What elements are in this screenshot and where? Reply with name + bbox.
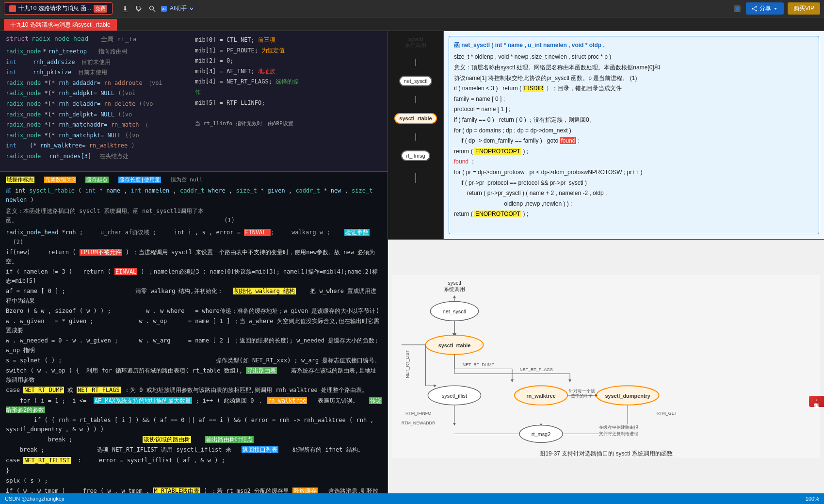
struct-field-6: radix_node *(* rnh_deladdr= rn_delete ((… <box>6 99 185 110</box>
year-end-badge[interactable]: 年终钜惠， <box>809 396 824 407</box>
struct-name: radix_node_head <box>32 35 88 44</box>
struct-comment: 全局 rt_ta <box>101 35 136 44</box>
svg-text:针对每一个被: 针对每一个被 <box>568 389 595 393</box>
struct-field-9: radix_node *(* rnh_matchpkt= NULL ((vo <box>6 130 185 141</box>
svg-text:NET_RT_FLAGS: NET_RT_FLAGS <box>519 367 553 372</box>
svg-point-6 <box>755 6 757 7</box>
svg-line-1 <box>153 10 155 12</box>
mib-row-2: mib[2] = 0; <box>195 56 302 66</box>
code-line-4: af = name [ 0 ] ; 清零 walkarg 结构,并初始化： 初始… <box>6 287 382 305</box>
code-line-3: if ( namelen != 3 ) return ( EINVAL ) ；n… <box>6 267 382 286</box>
svg-point-7 <box>752 8 753 9</box>
sysctl-label: sysctl 系统调用 <box>405 36 426 49</box>
mib-note: 当 rt_llinfo 指针无效时，由ARP设置 <box>195 119 302 129</box>
share-label: 分享 <box>759 4 771 13</box>
svg-text:rn_walktree: rn_walktree <box>526 393 556 399</box>
tab-title: 十九10 选路请求与消息 函... <box>18 4 91 13</box>
mib-row-4: mib[4] = NET_RT_FLAGS; 选择的操作 <box>195 77 302 98</box>
tag-btn[interactable] <box>135 5 143 13</box>
svg-text:👤: 👤 <box>734 6 740 12</box>
arrow-4 <box>415 173 416 183</box>
struct-field-2: int rnh_addrsize 目前未使用 <box>6 57 185 68</box>
main-content: struct radix_node_head 全局 rt_ta radix_no… <box>0 31 824 493</box>
annotation-area: 函 net_sysctl ( int * name , u_int namele… <box>444 31 824 239</box>
struct-field-7: radix_node *(* rnh_delpkt= NULL ((vo <box>6 110 185 120</box>
node-row <box>415 173 416 183</box>
footer-bar: CSDN @zhangzhangkeji 100% <box>0 493 824 504</box>
mib-row-3: mib[3] = AF_INET; 地址族 <box>195 66 302 77</box>
code-line-11: for ( i = 1 ; i <= AF_MAX系统支持的地址族的最大数量 ;… <box>6 396 382 415</box>
toolbar: 十九10 选路请求与消息 函... 免费 AI AI助手 👤 分享 购买VIP <box>0 0 824 17</box>
toolbar-right: 👤 分享 购买VIP <box>732 2 820 15</box>
code-bottom[interactable]: 域操作标志 元素数恒为3 缓存起点 缓存长度|使用量 恒为空 null 函 in… <box>0 172 388 493</box>
svg-text:rt_msg2: rt_msg2 <box>532 431 550 437</box>
code-line-14: break ; 选项 NET_RT_IFLIST 调用 sysctl_iflis… <box>6 445 382 455</box>
document-tab[interactable]: 十九10 选路请求与消息 函... 免费 <box>4 2 113 15</box>
mib-panel: mib[0] = CTL_NET; 前三项 mib[1] = PF_ROUTE;… <box>195 35 302 167</box>
struct-field-8: radix_node *(* rnh_matchaddr= rn_match （ <box>6 120 185 130</box>
svg-text:sysctl_dumpentry: sysctl_dumpentry <box>605 393 650 399</box>
code-line-16: } <box>6 466 382 475</box>
bottom-diagram-content: sysctl 系统调用 net_sysctl sysctl_rtable NET… <box>388 240 824 493</box>
doc-icon <box>9 5 16 12</box>
zoom-level: 100% <box>806 496 819 502</box>
code-annotations: 域操作标志 元素数恒为3 缓存起点 缓存长度|使用量 恒为空 null <box>6 176 382 184</box>
node-sysctl-rtable-small: sysctl_rtable <box>394 113 436 124</box>
svg-point-0 <box>150 6 154 10</box>
arrow-1 <box>415 59 416 66</box>
small-flow-diagram: sysctl 系统调用 net_sysctl sysctl_rtable rt_… <box>388 31 444 239</box>
func-signature: 函 int sysctl_rtable ( int * name , int n… <box>6 186 382 205</box>
mib-row-5: mib[5] = RTF_LLINFO; <box>195 98 302 109</box>
struct-field-10: int (* rnh_walktree= rn_walktree ) <box>6 141 185 151</box>
bottom-diagram: sysctl 系统调用 net_sysctl sysctl_rtable NET… <box>388 240 824 493</box>
share-btn[interactable]: 分享 <box>746 2 784 15</box>
svg-line-10 <box>753 9 755 10</box>
code-line-12: if ( ( rnh = rt_tables [ i ] ) && ( af =… <box>6 416 382 434</box>
node-rt-ifmsg-small: rt_ifmsg <box>401 150 430 161</box>
code-line-5: Bzero ( & w , sizeof ( w ) ) ; w . w_whe… <box>6 307 382 316</box>
code-line-8: s = splnet ( ) ; 操作类型(如 NET_RT_xxx) ; w_… <box>6 356 382 365</box>
vip-btn[interactable]: 购买VIP <box>788 2 820 15</box>
code-line-17: splx ( s ) ; <box>6 476 382 486</box>
code-line-15: case NET_RT_IFLIST : error = sysctl_ifli… <box>6 456 382 465</box>
struct-panel: struct radix_node_head 全局 rt_ta radix_no… <box>6 35 185 167</box>
svg-text:sysctl_rtable: sysctl_rtable <box>438 342 471 348</box>
tab-row: 十九10 选路请求与消息 函sysctl_rtable <box>0 17 824 31</box>
svg-text:RTM_GET: RTM_GET <box>657 411 678 416</box>
active-tab-label: 十九10 选路请求与消息 函sysctl_rtable <box>10 21 111 28</box>
struct-field-3: int rnh_pktsize 目前未使用 <box>6 67 185 78</box>
svg-point-8 <box>755 10 757 11</box>
code-line-6: w . w_given = * given ; w . w_op = name … <box>6 317 382 335</box>
left-panel: struct radix_node_head 全局 rt_ta radix_no… <box>0 31 388 493</box>
right-panel: sysctl 系统调用 net_sysctl sysctl_rtable rt_… <box>388 31 824 493</box>
ai-label: AI助手 <box>170 4 187 13</box>
ai-assistant-btn[interactable]: AI AI助手 <box>160 4 194 13</box>
top-diagram-area: sysctl 系统调用 net_sysctl sysctl_rtable rt_… <box>388 31 824 240</box>
func-desc: 意义：本函处理选路插口的 sysclt 系统调用。函 net_sysctl1调用… <box>6 207 382 225</box>
profile-btn[interactable]: 👤 <box>732 4 742 14</box>
mib-row-0: mib[0] = CTL_NET; 前三项 <box>195 35 302 46</box>
search-btn[interactable] <box>148 5 156 13</box>
anno-body: size_t * oldlenp , void * newp ,size_t n… <box>454 52 814 220</box>
code-line-7: w . w_needed = 0 - w . w_given ; w . w_a… <box>6 336 382 355</box>
code-line-2: if(new) return ( EPERM不被允许 ) ；当进程调用 sysc… <box>6 248 382 266</box>
node-net-sysctl-small: net_sysctl <box>399 76 433 86</box>
free-badge: 免费 <box>94 5 107 13</box>
download-btn[interactable] <box>121 5 129 13</box>
arrow-2 <box>415 96 416 103</box>
struct-field-11: radix_node rnh_nodes[3] 在头结点处 <box>6 151 185 162</box>
active-tab[interactable]: 十九10 选路请求与消息 函sysctl_rtable <box>4 19 117 31</box>
struct-kw: struct <box>6 35 29 44</box>
annotation-box: 函 net_sysctl ( int * name , u_int namele… <box>449 36 819 234</box>
svg-text:文并将之复制给进程: 文并将之复制给进程 <box>599 431 638 436</box>
svg-text:RTM_IFINFO: RTM_IFINFO <box>405 411 431 416</box>
svg-text:net_sysctl: net_sysctl <box>443 309 467 314</box>
code-line-18: if ( w . w_tmem ) free ( w . w_tmem , M_… <box>6 487 382 493</box>
svg-text:NET_RT_DUMP: NET_RT_DUMP <box>463 363 495 368</box>
vip-label: 购买VIP <box>793 5 814 12</box>
svg-line-9 <box>753 7 755 8</box>
mib-row-1: mib[1] = PF_ROUTE; 为恒定值 <box>195 46 302 56</box>
code-line-9: switch ( w . w_op ) { 利用 for 循环遍历所有域的路由表… <box>6 366 382 385</box>
svg-text:选中的叶子: 选中的叶子 <box>571 393 593 398</box>
code-line-13: break ; 该协议域的路由树 输出路由树叶结点 <box>6 435 382 444</box>
